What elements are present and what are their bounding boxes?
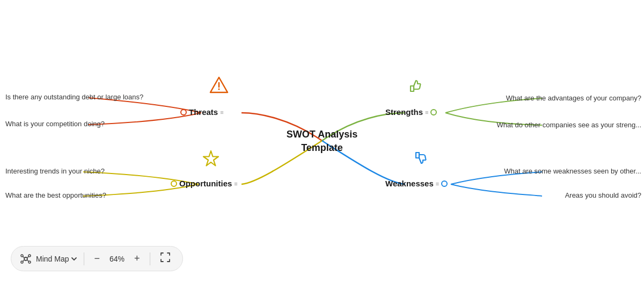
weaknesses-menu-icon[interactable]: ≡	[436, 180, 439, 187]
zoom-out-button[interactable]: −	[91, 252, 103, 265]
strengths-label: Strengths	[385, 107, 423, 117]
zoom-section: − 64% +	[91, 252, 143, 265]
weaknesses-icon	[411, 149, 430, 171]
svg-point-6	[28, 255, 31, 257]
svg-line-10	[27, 256, 29, 258]
opportunities-leaf-2: What are the best opportunities?	[5, 191, 106, 199]
weaknesses-leaf-1: What are some weaknesses seen by other..…	[504, 167, 641, 175]
center-title-line1: SWOT Analysis	[287, 128, 357, 139]
strengths-leaf-2: What do other companies see as your stre…	[496, 121, 641, 129]
strengths-leaf-1: What are the advantages of your company?	[506, 94, 641, 102]
opportunities-label: Opportunities	[179, 179, 232, 188]
opportunities-menu-icon[interactable]: ≡	[234, 180, 237, 187]
mindmap-icon	[20, 253, 32, 265]
threats-menu-icon[interactable]: ≡	[220, 109, 223, 115]
strengths-menu-icon[interactable]: ≡	[425, 109, 428, 115]
mode-label[interactable]: Mind Map	[36, 255, 77, 263]
strengths-branch-node: Strengths ≡	[385, 107, 437, 117]
weaknesses-leaf-2: Areas you should avoid?	[565, 191, 641, 199]
svg-marker-3	[203, 151, 218, 166]
svg-line-9	[23, 256, 25, 258]
fit-section	[157, 251, 174, 266]
fit-screen-button[interactable]	[157, 251, 174, 266]
svg-point-5	[21, 255, 23, 257]
opportunities-connector	[171, 180, 177, 187]
threats-connector	[180, 109, 187, 115]
center-node: SWOT Analysis Template	[287, 127, 357, 154]
threats-icon	[209, 75, 229, 97]
center-title-line2: Template	[301, 142, 343, 153]
zoom-in-button[interactable]: +	[131, 252, 143, 265]
svg-point-2	[218, 89, 220, 90]
toolbar-divider-2	[150, 252, 150, 265]
threats-branch-node: Threats ≡	[180, 107, 224, 117]
strengths-connector	[430, 109, 437, 115]
weaknesses-connector	[441, 180, 448, 187]
opportunities-leaf-1: Interesting trends in your niche?	[5, 167, 105, 175]
fit-screen-icon	[160, 252, 171, 263]
threats-leaf-2: What is your competition doing?	[5, 120, 105, 128]
zoom-value: 64%	[107, 255, 127, 263]
svg-point-4	[24, 257, 27, 261]
toolbar: Mind Map − 64% +	[11, 246, 183, 271]
toolbar-divider-1	[84, 252, 84, 265]
svg-line-11	[23, 260, 25, 262]
svg-line-12	[27, 260, 29, 262]
weaknesses-branch-node: Weaknesses ≡	[385, 179, 448, 188]
mode-section: Mind Map	[20, 253, 77, 265]
strengths-icon	[405, 75, 425, 97]
svg-point-8	[28, 261, 31, 263]
chevron-down-icon	[71, 256, 77, 262]
svg-point-7	[21, 261, 23, 263]
opportunities-icon	[201, 149, 221, 171]
threats-label: Threats	[189, 107, 218, 117]
mode-label-text: Mind Map	[36, 255, 69, 263]
weaknesses-label: Weaknesses	[385, 179, 434, 188]
threats-leaf-1: Is there any outstanding debt or large l…	[5, 93, 143, 101]
opportunities-branch-node: Opportunities ≡	[171, 179, 238, 188]
